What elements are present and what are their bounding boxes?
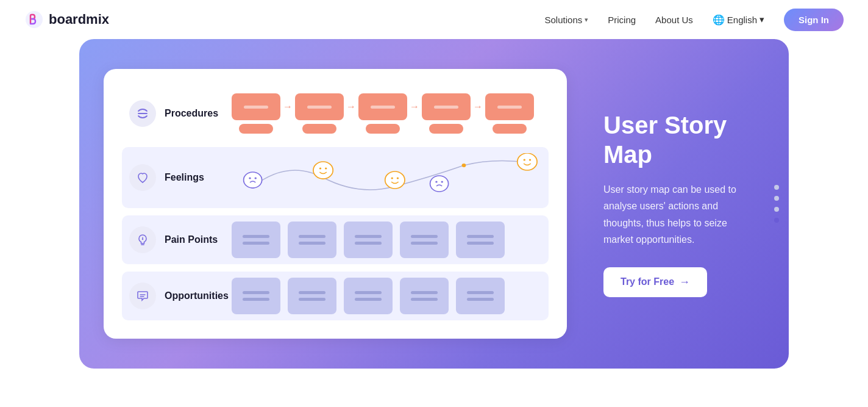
feelings-icon bbox=[136, 171, 149, 184]
svg-point-11 bbox=[319, 168, 321, 170]
opp-box-2 bbox=[288, 278, 336, 314]
proc-group-1 bbox=[232, 93, 280, 134]
slide-dots bbox=[774, 185, 779, 223]
pp-box-1 bbox=[232, 222, 280, 258]
language-label: English bbox=[727, 15, 757, 25]
proc-group-4 bbox=[422, 93, 471, 134]
opp-line-5b bbox=[467, 298, 494, 301]
opp-line-3a bbox=[355, 291, 382, 294]
svg-point-18 bbox=[441, 181, 443, 183]
pp-box-3 bbox=[344, 222, 393, 258]
arrow-icon: → bbox=[679, 276, 690, 289]
hero-title: User Story Map bbox=[603, 110, 752, 169]
proc-box-5 bbox=[485, 93, 534, 120]
proc-pill-5 bbox=[493, 124, 527, 134]
language-chevron-icon: ▾ bbox=[760, 14, 764, 25]
svg-point-20 bbox=[524, 159, 525, 161]
navbar: boardmix Solutions ▾ Pricing About Us 🌐 … bbox=[0, 0, 868, 39]
solutions-label: Solutions bbox=[545, 15, 583, 25]
pp-line-5a bbox=[467, 235, 494, 238]
pp-box-4 bbox=[400, 222, 449, 258]
dot-3[interactable] bbox=[774, 207, 779, 212]
try-for-free-button[interactable]: Try for Free → bbox=[603, 267, 707, 297]
pp-line-2a bbox=[299, 235, 326, 238]
svg-point-15 bbox=[397, 178, 399, 179]
try-btn-label: Try for Free bbox=[621, 276, 674, 287]
opp-line-2a bbox=[299, 291, 326, 294]
logo[interactable]: boardmix bbox=[24, 10, 109, 29]
logo-text: boardmix bbox=[49, 12, 109, 27]
usm-diagram-card: Procedures → → bbox=[104, 69, 567, 339]
opp-line-4b bbox=[411, 298, 438, 301]
hero-text: User Story Map User story map can be use… bbox=[567, 110, 752, 297]
dot-2[interactable] bbox=[774, 196, 779, 201]
about-us-label: About Us bbox=[655, 15, 693, 25]
globe-icon: 🌐 bbox=[713, 14, 725, 26]
opp-box-1 bbox=[232, 278, 280, 314]
opp-line-1b bbox=[243, 298, 269, 301]
svg-point-14 bbox=[391, 178, 393, 179]
feelings-row: Feelings bbox=[122, 147, 549, 208]
pricing-label: Pricing bbox=[608, 15, 636, 25]
proc-box-4 bbox=[422, 93, 471, 120]
hero-card-inner: Procedures → → bbox=[104, 69, 752, 339]
pain-points-row: Pain Points bbox=[122, 215, 549, 264]
arrow-3: → bbox=[410, 101, 419, 112]
pain-points-label: Pain Points bbox=[165, 234, 232, 245]
proc-group-3 bbox=[358, 93, 407, 134]
arrow-1: → bbox=[283, 101, 293, 112]
procedures-icon-wrap bbox=[129, 100, 156, 127]
pp-line-5b bbox=[467, 242, 494, 245]
opp-box-4 bbox=[400, 278, 449, 314]
proc-pill-2 bbox=[302, 124, 336, 134]
procedures-label: Procedures bbox=[165, 108, 232, 119]
proc-pill-1 bbox=[239, 124, 273, 134]
feelings-svg bbox=[232, 153, 541, 202]
nav-right: Solutions ▾ Pricing About Us 🌐 English ▾… bbox=[545, 9, 844, 31]
proc-pill-3 bbox=[366, 124, 400, 134]
opp-line-5a bbox=[467, 291, 494, 294]
pp-line-2b bbox=[299, 242, 326, 245]
about-us-nav-item[interactable]: About Us bbox=[655, 15, 693, 25]
svg-point-19 bbox=[518, 153, 537, 170]
pp-line-1b bbox=[243, 242, 269, 245]
svg-point-13 bbox=[385, 171, 405, 189]
solutions-nav-item[interactable]: Solutions ▾ bbox=[545, 15, 589, 25]
svg-point-8 bbox=[249, 178, 251, 179]
pp-line-3b bbox=[355, 242, 382, 245]
pp-line-3a bbox=[355, 235, 382, 238]
svg-point-10 bbox=[313, 162, 333, 179]
arrow-4: → bbox=[473, 101, 483, 112]
procedures-icon bbox=[136, 107, 149, 120]
dot-4-active[interactable] bbox=[774, 218, 779, 223]
language-selector[interactable]: 🌐 English ▾ bbox=[713, 14, 764, 26]
svg-point-17 bbox=[435, 181, 437, 183]
svg-point-7 bbox=[244, 172, 262, 188]
opp-line-1a bbox=[243, 291, 269, 294]
pp-line-4b bbox=[411, 242, 438, 245]
pp-line-4a bbox=[411, 235, 438, 238]
svg-point-9 bbox=[255, 178, 257, 179]
lightbulb-icon bbox=[136, 233, 149, 247]
pain-points-icon-wrap bbox=[129, 226, 156, 253]
svg-point-16 bbox=[430, 176, 449, 192]
procedures-row: Procedures → → bbox=[122, 87, 549, 140]
pp-box-5 bbox=[456, 222, 505, 258]
sign-in-button[interactable]: Sign In bbox=[784, 9, 844, 31]
procedures-boxes: → → → bbox=[232, 93, 541, 134]
proc-group-5 bbox=[485, 93, 534, 134]
pricing-nav-item[interactable]: Pricing bbox=[608, 15, 636, 25]
opp-line-4a bbox=[411, 291, 438, 294]
pain-points-boxes bbox=[232, 222, 541, 258]
dot-1[interactable] bbox=[774, 185, 779, 190]
opp-box-5 bbox=[456, 278, 505, 314]
opportunities-row: Opportunities bbox=[122, 272, 549, 320]
proc-box-2 bbox=[295, 93, 344, 120]
proc-box-1 bbox=[232, 93, 280, 120]
main-content: Procedures → → bbox=[0, 39, 868, 393]
hero-card: Procedures → → bbox=[79, 39, 789, 369]
feelings-label: Feelings bbox=[165, 172, 232, 183]
svg-point-5 bbox=[462, 164, 466, 167]
pp-box-2 bbox=[288, 222, 336, 258]
opportunities-icon-wrap bbox=[129, 283, 156, 309]
